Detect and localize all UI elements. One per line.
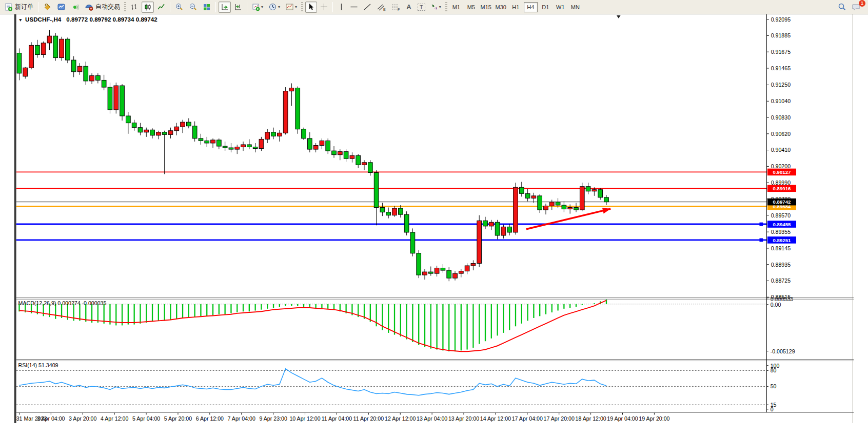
templates-button[interactable]: ▾	[283, 2, 299, 13]
timeframe-M5[interactable]: M5	[464, 2, 478, 12]
candle-body	[283, 91, 288, 133]
candle-body	[320, 141, 324, 145]
candlestick-chart-icon	[144, 3, 152, 11]
fibonacci-button[interactable]: F	[389, 2, 402, 13]
candle-body	[423, 272, 427, 275]
market-watch-button[interactable]	[55, 2, 68, 13]
timeframe-H4[interactable]: H4	[524, 2, 538, 12]
zoom-out-button[interactable]	[187, 2, 200, 13]
time-label: 4 Apr 12:00	[101, 415, 128, 422]
price-tick-label: 0.89570	[771, 212, 791, 218]
timeframe-M30[interactable]: M30	[494, 2, 508, 12]
candle-body	[362, 163, 367, 165]
tile-windows-icon	[203, 3, 211, 11]
vertical-line-icon	[338, 3, 345, 11]
candle-body	[247, 145, 251, 147]
candle-body	[47, 36, 52, 43]
time-label: 17 Apr 04:00	[512, 415, 543, 422]
chart-shift-button[interactable]	[232, 2, 244, 13]
timeframe-M15[interactable]: M15	[479, 2, 493, 12]
candle-body	[66, 39, 70, 60]
level-handle[interactable]	[759, 223, 763, 226]
crosshair-icon	[320, 3, 328, 11]
horizontal-levels-layer[interactable]	[16, 172, 766, 242]
candle-body	[199, 138, 203, 141]
new-order-button[interactable]: 新订单	[3, 2, 35, 13]
arrows-button[interactable]: ▾	[428, 2, 443, 13]
candle-body	[598, 190, 603, 197]
candle-body	[120, 86, 125, 116]
vertical-line-button[interactable]	[336, 2, 347, 13]
fibonacci-icon: F	[391, 3, 400, 11]
periods-button[interactable]: ▾	[266, 2, 282, 13]
time-axis-layer: 31 Mar 20233 Apr 04:003 Apr 20:004 Apr 1…	[16, 413, 670, 422]
candle-body	[344, 152, 348, 159]
horizontal-line-button[interactable]	[348, 2, 360, 13]
candle-body	[289, 88, 294, 91]
signal-icon	[71, 3, 80, 11]
level-handle[interactable]	[759, 239, 763, 242]
periods-icon	[268, 3, 277, 11]
tile-windows-button[interactable]	[201, 2, 213, 13]
price-tick-label: 0.91465	[771, 65, 791, 71]
candle-body	[108, 87, 112, 110]
price-tick-label: 0.91675	[771, 49, 791, 55]
chevron-down-icon: ▾	[261, 5, 263, 9]
toolbar-separator	[170, 2, 170, 12]
timeframe-MN[interactable]: MN	[568, 2, 582, 12]
zoom-out-icon	[189, 3, 198, 11]
auto-trading-button[interactable]: 自动交易	[83, 2, 122, 13]
toolbar-grip	[124, 2, 126, 12]
candlestick-chart-button[interactable]	[142, 2, 154, 13]
candle-body	[544, 206, 548, 210]
candle-body	[332, 151, 337, 155]
trend-arrow-line[interactable]	[526, 209, 610, 229]
chart-canvas[interactable]: 0.920950.918850.916750.914650.912500.910…	[0, 14, 868, 437]
candle-body	[398, 208, 403, 214]
candle-body	[447, 270, 451, 278]
chart-shift-marker[interactable]	[617, 15, 621, 18]
toolbar-grip	[301, 2, 303, 12]
auto-scroll-button[interactable]	[219, 2, 231, 13]
text-tool-button[interactable]: A	[403, 2, 415, 13]
timeframe-M1[interactable]: M1	[449, 2, 463, 12]
search-button[interactable]	[836, 2, 849, 13]
candle-body	[229, 148, 233, 149]
line-chart-icon	[157, 3, 165, 11]
arrow-annotation[interactable]	[526, 208, 610, 229]
candle-body	[302, 129, 306, 138]
time-label: 3 Apr 04:00	[37, 415, 65, 422]
paint-bucket-button[interactable]	[41, 2, 54, 13]
new-order-label: 新订单	[15, 3, 33, 11]
candle-body	[519, 187, 524, 193]
cursor-button[interactable]	[305, 2, 317, 13]
new-chart-button[interactable]: ▾	[250, 2, 265, 13]
equidistant-channel-button[interactable]: E	[374, 2, 388, 13]
rsi-axis-label: 50	[771, 383, 777, 389]
price-badge-label: 0.89742	[773, 200, 791, 205]
time-label: 6 Apr 12:00	[196, 415, 224, 422]
notifications-button[interactable]: 1	[850, 2, 863, 13]
line-chart-button[interactable]	[155, 2, 167, 13]
symbol-dropdown-icon[interactable]: ▼	[18, 17, 23, 23]
time-label: 12 Apr 12:00	[385, 415, 416, 422]
zoom-in-button[interactable]	[173, 2, 186, 13]
candle-body	[477, 221, 482, 263]
text-label-button[interactable]: T	[416, 2, 427, 13]
timeframe-D1[interactable]: D1	[539, 2, 553, 12]
time-label: 11 Apr 04:00	[322, 415, 352, 422]
bar-chart-button[interactable]	[128, 2, 141, 13]
candle-body	[192, 126, 197, 138]
timeframe-W1[interactable]: W1	[554, 2, 567, 12]
chart-ohlc-values: 0.89772 0.89792 0.89734 0.89742	[66, 16, 157, 23]
candle-body	[71, 60, 76, 72]
crosshair-button[interactable]	[318, 2, 330, 13]
candle-body	[374, 172, 379, 207]
candle-body	[259, 139, 264, 148]
signal-button[interactable]	[69, 2, 82, 13]
timeframe-H1[interactable]: H1	[509, 2, 523, 12]
trendline-button[interactable]	[361, 2, 373, 13]
timeframe-group: M1M5M15M30H1H4D1W1MN	[449, 2, 583, 12]
candle-body	[77, 66, 82, 72]
candle-body	[356, 155, 361, 165]
